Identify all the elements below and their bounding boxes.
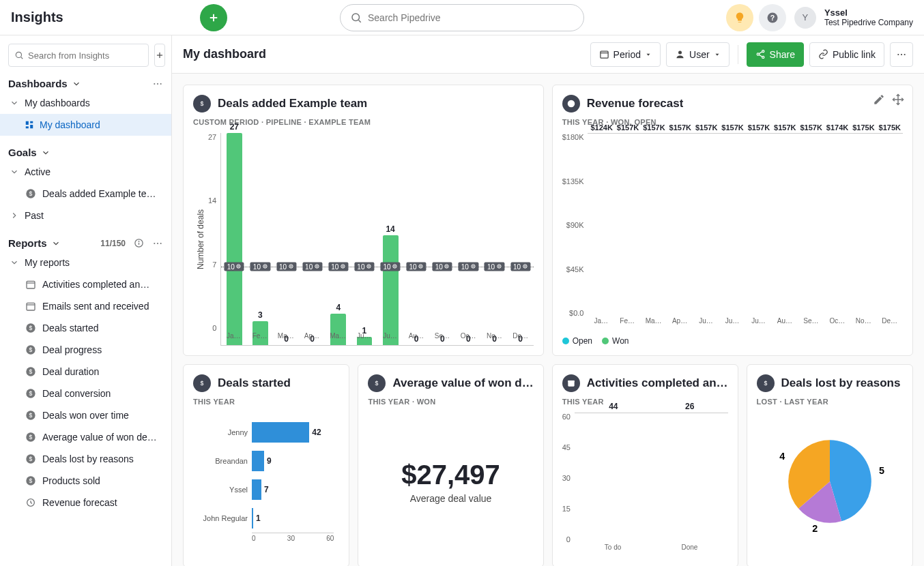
legend: Open Won bbox=[562, 336, 903, 346]
sidebar-item-report[interactable]: $Deal duration bbox=[0, 361, 171, 383]
user-selector[interactable]: User bbox=[666, 42, 730, 67]
section-goals[interactable]: Goals bbox=[0, 136, 171, 161]
sidebar-item-report[interactable]: $Deal progress bbox=[0, 339, 171, 361]
add-insight-button[interactable] bbox=[154, 44, 165, 67]
sidebar-item-my-reports[interactable]: My reports bbox=[0, 252, 171, 273]
share-button[interactable]: Share bbox=[747, 42, 804, 67]
insights-search[interactable] bbox=[8, 44, 149, 67]
svg-rect-15 bbox=[30, 125, 33, 128]
more-icon[interactable] bbox=[152, 78, 163, 89]
sidebar-item-label: Emails sent and received bbox=[42, 301, 149, 312]
public-link-button[interactable]: Public link bbox=[809, 42, 884, 67]
card-revenue-forecast[interactable]: Revenue forecast THIS YEAR · WON, OPEN $… bbox=[552, 85, 913, 356]
global-search[interactable] bbox=[340, 4, 584, 31]
svg-text:$: $ bbox=[29, 368, 33, 375]
sidebar-item-goal[interactable]: $ Deals added Example te… bbox=[0, 183, 171, 205]
content: My dashboard Period User Share Public li… bbox=[172, 35, 924, 566]
activities-chart: 604530150 4426 To doDone bbox=[562, 413, 728, 557]
move-icon[interactable] bbox=[892, 93, 904, 106]
svg-point-65 bbox=[290, 266, 291, 267]
dollar-icon: $ bbox=[368, 374, 386, 392]
edit-icon[interactable] bbox=[873, 93, 885, 106]
sidebar-item-my-dashboards[interactable]: My dashboards bbox=[0, 92, 171, 114]
svg-text:4: 4 bbox=[779, 451, 785, 462]
forecast-icon bbox=[562, 95, 580, 113]
section-reports[interactable]: Reports 11/150 bbox=[0, 226, 171, 252]
svg-rect-25 bbox=[27, 281, 35, 288]
svg-marker-50 bbox=[715, 53, 719, 55]
sidebar-item-report[interactable]: Revenue forecast bbox=[0, 492, 171, 513]
svg-point-56 bbox=[897, 53, 899, 55]
calendar-icon bbox=[599, 49, 609, 59]
svg-point-70 bbox=[367, 265, 371, 268]
sidebar-item-report[interactable]: $Deals lost by reasons bbox=[0, 448, 171, 470]
svg-text:$: $ bbox=[29, 346, 33, 353]
svg-point-61 bbox=[238, 266, 240, 267]
sidebar-item-report[interactable]: $Deals won over time bbox=[0, 404, 171, 426]
svg-point-0 bbox=[352, 14, 360, 21]
svg-point-62 bbox=[263, 265, 266, 268]
chevron-down-icon bbox=[10, 167, 19, 177]
card-deals-added[interactable]: $ Deals added Example team CUSTOM PERIOD… bbox=[183, 85, 544, 356]
report-icon: $ bbox=[25, 409, 37, 421]
svg-point-22 bbox=[154, 242, 155, 243]
insights-search-input[interactable] bbox=[28, 50, 143, 61]
tips-button[interactable] bbox=[726, 4, 753, 31]
svg-text:2: 2 bbox=[812, 523, 818, 534]
add-button[interactable] bbox=[200, 4, 227, 31]
sidebar: Dashboards My dashboards My dashboard Go… bbox=[0, 35, 172, 566]
sidebar-item-report[interactable]: $Deals started bbox=[0, 317, 171, 339]
svg-rect-16 bbox=[26, 126, 29, 128]
page-title: My dashboard bbox=[183, 47, 266, 61]
svg-rect-14 bbox=[30, 121, 33, 123]
svg-text:5: 5 bbox=[879, 465, 884, 476]
sidebar-item-label: Revenue forecast bbox=[42, 497, 117, 508]
more-icon[interactable] bbox=[152, 238, 163, 249]
sidebar-item-report[interactable]: $Products sold bbox=[0, 470, 171, 492]
svg-point-11 bbox=[157, 83, 158, 84]
sidebar-item-label: Deals started bbox=[42, 323, 98, 333]
svg-point-79 bbox=[472, 266, 474, 267]
period-selector[interactable]: Period bbox=[590, 42, 661, 67]
app-title: Insights bbox=[11, 10, 63, 25]
scorecard: $27,497 Average deal value bbox=[368, 406, 533, 557]
sidebar-item-report[interactable]: Activities completed an… bbox=[0, 273, 171, 295]
report-icon: $ bbox=[25, 344, 37, 356]
help-button[interactable]: ? bbox=[759, 4, 786, 31]
section-label: Reports bbox=[8, 237, 47, 249]
svg-point-24 bbox=[160, 242, 162, 243]
section-dashboards[interactable]: Dashboards bbox=[0, 67, 171, 92]
sidebar-item-past[interactable]: Past bbox=[0, 205, 171, 226]
score-label: Average deal value bbox=[410, 493, 492, 504]
card-deals-lost[interactable]: $ Deals lost by reasons LOST · LAST YEAR… bbox=[747, 364, 913, 566]
report-icon: $ bbox=[25, 322, 37, 334]
card-title: Deals added Example team bbox=[218, 97, 367, 110]
help-icon: ? bbox=[766, 12, 779, 24]
sidebar-item-my-dashboard[interactable]: My dashboard bbox=[0, 114, 171, 136]
svg-point-10 bbox=[154, 83, 155, 84]
sidebar-item-active[interactable]: Active bbox=[0, 161, 171, 183]
svg-point-73 bbox=[394, 266, 396, 267]
dashboard-icon bbox=[25, 120, 34, 130]
svg-line-7 bbox=[21, 57, 23, 59]
sidebar-item-report[interactable]: $Average value of won de… bbox=[0, 426, 171, 448]
sidebar-item-label: Deal duration bbox=[42, 366, 99, 377]
sidebar-item-report[interactable]: $Deal conversion bbox=[0, 383, 171, 404]
svg-text:$: $ bbox=[201, 380, 204, 387]
sidebar-item-report[interactable]: Emails sent and received bbox=[0, 295, 171, 317]
lightbulb-icon bbox=[734, 12, 746, 24]
card-avg-value[interactable]: $ Average value of won d… THIS YEAR · WO… bbox=[358, 364, 543, 566]
svg-point-67 bbox=[316, 266, 317, 267]
avatar[interactable]: Y bbox=[794, 7, 816, 29]
caret-down-icon bbox=[714, 51, 721, 58]
more-button[interactable] bbox=[890, 42, 913, 67]
global-search-input[interactable] bbox=[368, 12, 574, 23]
deals-added-chart: Number of deals 271470 27300411400000 10… bbox=[193, 133, 534, 346]
svg-point-82 bbox=[523, 265, 527, 268]
card-activities[interactable]: Activities completed an… THIS YEAR 60453… bbox=[552, 364, 738, 566]
svg-point-69 bbox=[342, 266, 343, 267]
calendar-icon bbox=[562, 374, 580, 392]
info-icon[interactable] bbox=[134, 238, 144, 248]
user-info[interactable]: Yssel Test Pipedrive Company bbox=[824, 8, 913, 28]
card-deals-started[interactable]: $ Deals started THIS YEAR Jenny42Breanda… bbox=[183, 364, 349, 566]
